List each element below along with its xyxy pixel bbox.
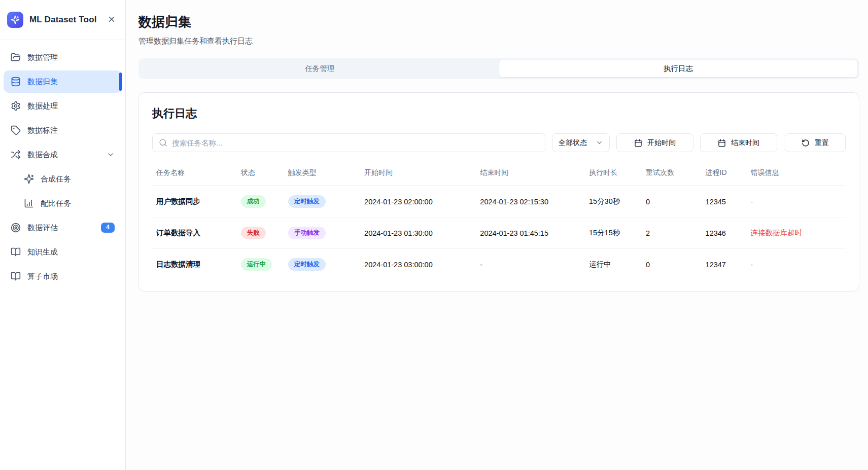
sidebar-item-label: 算子市场 — [27, 272, 115, 281]
tag-icon — [11, 125, 21, 135]
sparkles-icon — [24, 174, 34, 184]
end-time-label: 结束时间 — [731, 138, 759, 148]
sidebar-item-2[interactable]: 数据处理 — [4, 95, 122, 117]
sidebar-item-3[interactable]: 数据标注 — [4, 119, 122, 141]
end-time-cell: 2024-01-23 02:15:30 — [476, 186, 585, 218]
calendar-icon — [718, 139, 726, 147]
column-header: 进程ID — [702, 163, 747, 186]
start-time-button[interactable]: 开始时间 — [616, 133, 693, 152]
logs-table: 任务名称状态触发类型开始时间结束时间执行时长重试次数进程ID错误信息 用户数据同… — [152, 163, 846, 280]
sidebar-item-label: 合成任务 — [41, 174, 115, 184]
book-icon — [11, 271, 21, 281]
sidebar-item-6[interactable]: 配比任务 — [4, 192, 122, 214]
status-badge: 失败 — [241, 227, 266, 239]
status-filter-value: 全部状态 — [559, 138, 587, 148]
book-icon — [11, 247, 21, 257]
column-header: 开始时间 — [360, 163, 476, 186]
app-root: ML Dataset Tool 数据管理数据归集数据处理数据标注数据合成合成任务… — [0, 0, 868, 470]
target-icon — [11, 223, 21, 233]
process-id-cell: 12347 — [702, 249, 747, 280]
status-badge: 成功 — [241, 195, 266, 208]
sidebar-item-label: 数据评估 — [27, 223, 94, 233]
folder-icon — [11, 52, 21, 62]
shuffle-icon — [11, 150, 21, 160]
app-logo-sparkles-icon — [7, 12, 23, 28]
sidebar-close-button[interactable] — [105, 13, 118, 27]
sidebar-item-7[interactable]: 数据评估4 — [4, 216, 122, 239]
search-icon — [159, 138, 167, 147]
page-subtitle: 管理数据归集任务和查看执行日志 — [138, 37, 859, 46]
sidebar: ML Dataset Tool 数据管理数据归集数据处理数据标注数据合成合成任务… — [0, 0, 126, 470]
error-message-cell: - — [746, 249, 846, 280]
error-message-cell: - — [746, 186, 846, 218]
sidebar-item-8[interactable]: 知识生成 — [4, 241, 122, 263]
notification-badge: 4 — [101, 223, 115, 232]
duration-cell: 15分15秒 — [585, 218, 642, 249]
error-message-cell: 连接数据库超时 — [746, 218, 846, 249]
retry-count-cell: 2 — [642, 218, 702, 249]
duration-cell: 15分30秒 — [585, 186, 642, 218]
table-row: 订单数据导入失败手动触发2024-01-23 01:30:002024-01-2… — [152, 218, 846, 249]
process-id-cell: 12345 — [702, 186, 747, 218]
bar-chart-icon — [24, 198, 34, 208]
sidebar-item-label: 数据处理 — [27, 101, 115, 111]
trigger-type-badge: 定时触发 — [288, 258, 326, 271]
task-name-cell: 日志数据清理 — [152, 249, 237, 280]
end-time-cell: 2024-01-23 01:45:15 — [476, 218, 585, 249]
sidebar-item-label: 数据管理 — [27, 53, 115, 62]
calendar-icon — [634, 139, 642, 147]
task-name-cell: 用户数据同步 — [152, 186, 237, 218]
trigger-type-badge: 手动触发 — [288, 227, 326, 239]
column-header: 状态 — [237, 163, 284, 186]
end-time-cell: - — [476, 249, 585, 280]
tab-0[interactable]: 任务管理 — [141, 60, 499, 77]
trigger-cell: 定时触发 — [284, 186, 360, 218]
start-time-cell: 2024-01-23 03:00:00 — [360, 249, 476, 280]
status-badge: 运行中 — [241, 258, 272, 271]
tab-bar: 任务管理执行日志 — [138, 58, 859, 79]
tab-1[interactable]: 执行日志 — [499, 60, 858, 77]
status-filter-select[interactable]: 全部状态 — [552, 133, 610, 152]
table-body: 用户数据同步成功定时触发2024-01-23 02:00:002024-01-2… — [152, 186, 846, 280]
table-row: 用户数据同步成功定时触发2024-01-23 02:00:002024-01-2… — [152, 186, 846, 218]
chevron-down-icon — [596, 139, 603, 147]
sidebar-item-9[interactable]: 算子市场 — [4, 265, 122, 287]
page-title: 数据归集 — [138, 13, 859, 31]
end-time-button[interactable]: 结束时间 — [700, 133, 777, 152]
search-input[interactable] — [172, 139, 539, 147]
execution-logs-panel: 执行日志 全部状态 开 — [138, 92, 859, 292]
sidebar-item-label: 知识生成 — [27, 247, 115, 257]
start-time-cell: 2024-01-23 02:00:00 — [360, 186, 476, 218]
column-header: 错误信息 — [746, 163, 846, 186]
table-row: 日志数据清理运行中定时触发2024-01-23 03:00:00-运行中0123… — [152, 249, 846, 280]
sidebar-item-label: 数据标注 — [27, 126, 115, 135]
panel-title: 执行日志 — [152, 106, 846, 121]
sidebar-item-1[interactable]: 数据归集 — [4, 70, 122, 93]
sidebar-item-label: 配比任务 — [41, 199, 115, 208]
sidebar-item-0[interactable]: 数据管理 — [4, 46, 122, 68]
trigger-cell: 手动触发 — [284, 218, 360, 249]
sidebar-item-label: 数据合成 — [27, 150, 100, 160]
chevron-down-icon — [107, 151, 115, 159]
column-header: 结束时间 — [476, 163, 585, 186]
status-cell: 运行中 — [237, 249, 284, 280]
database-icon — [11, 77, 21, 87]
status-cell: 失败 — [237, 218, 284, 249]
retry-count-cell: 0 — [642, 186, 702, 218]
process-id-cell: 12346 — [702, 218, 747, 249]
close-icon — [107, 15, 116, 25]
sidebar-item-label: 数据归集 — [27, 77, 115, 87]
main-content: 数据归集 管理数据归集任务和查看执行日志 任务管理执行日志 执行日志 全部状态 — [126, 0, 868, 470]
trigger-cell: 定时触发 — [284, 249, 360, 280]
sidebar-nav: 数据管理数据归集数据处理数据标注数据合成合成任务配比任务数据评估4知识生成算子市… — [0, 40, 125, 294]
retry-count-cell: 0 — [642, 249, 702, 280]
status-cell: 成功 — [237, 186, 284, 218]
sidebar-item-4[interactable]: 数据合成 — [4, 143, 122, 166]
duration-cell: 运行中 — [585, 249, 642, 280]
reset-button[interactable]: 重置 — [785, 133, 846, 152]
table-header-row: 任务名称状态触发类型开始时间结束时间执行时长重试次数进程ID错误信息 — [152, 163, 846, 186]
start-time-label: 开始时间 — [647, 138, 676, 148]
sidebar-item-5[interactable]: 合成任务 — [4, 168, 122, 190]
column-header: 执行时长 — [585, 163, 642, 186]
column-header: 重试次数 — [642, 163, 702, 186]
